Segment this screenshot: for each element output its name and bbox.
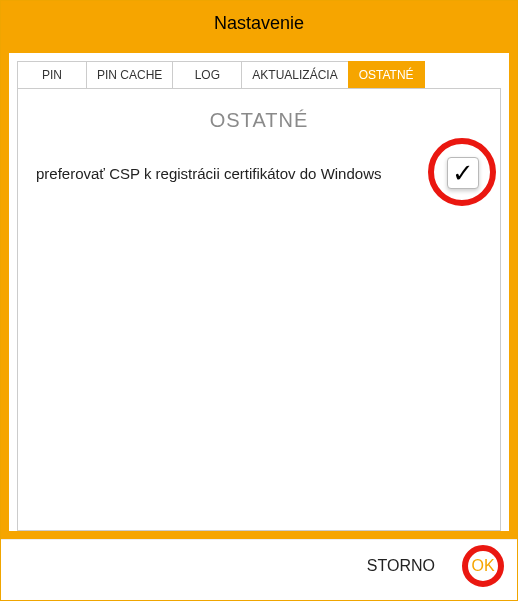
window-title: Nastavenie: [214, 13, 304, 34]
tab-pin-cache[interactable]: PIN CACHE: [86, 61, 173, 89]
pref-csp-row: preferovať CSP k registrácii certifikáto…: [36, 154, 482, 192]
tab-pin[interactable]: PIN: [17, 61, 87, 89]
tab-update[interactable]: AKTUALIZÁCIA: [241, 61, 348, 89]
cancel-button[interactable]: STORNO: [365, 555, 437, 577]
settings-panel: PIN PIN CACHE LOG AKTUALIZÁCIA OSTATNÉ O…: [9, 53, 509, 531]
pref-csp-checkbox[interactable]: ✓: [447, 157, 479, 189]
tabstrip: PIN PIN CACHE LOG AKTUALIZÁCIA OSTATNÉ: [17, 61, 501, 89]
check-icon: ✓: [452, 160, 474, 186]
section-title: OSTATNÉ: [36, 109, 482, 132]
dialog-footer: STORNO OK: [1, 539, 517, 600]
pref-csp-checkbox-wrap: ✓: [444, 154, 482, 192]
titlebar: Nastavenie: [1, 1, 517, 45]
pref-csp-label: preferovať CSP k registrácii certifikáto…: [36, 165, 381, 182]
tab-log[interactable]: LOG: [172, 61, 242, 89]
body-area: PIN PIN CACHE LOG AKTUALIZÁCIA OSTATNÉ O…: [1, 45, 517, 539]
ok-button[interactable]: OK: [469, 555, 496, 577]
ok-button-wrap: OK: [465, 554, 501, 578]
tab-content-other: OSTATNÉ preferovať CSP k registrácii cer…: [17, 88, 501, 531]
tab-other[interactable]: OSTATNÉ: [348, 61, 425, 89]
settings-window: Nastavenie PIN PIN CACHE LOG AKTUALIZÁCI…: [0, 0, 518, 601]
